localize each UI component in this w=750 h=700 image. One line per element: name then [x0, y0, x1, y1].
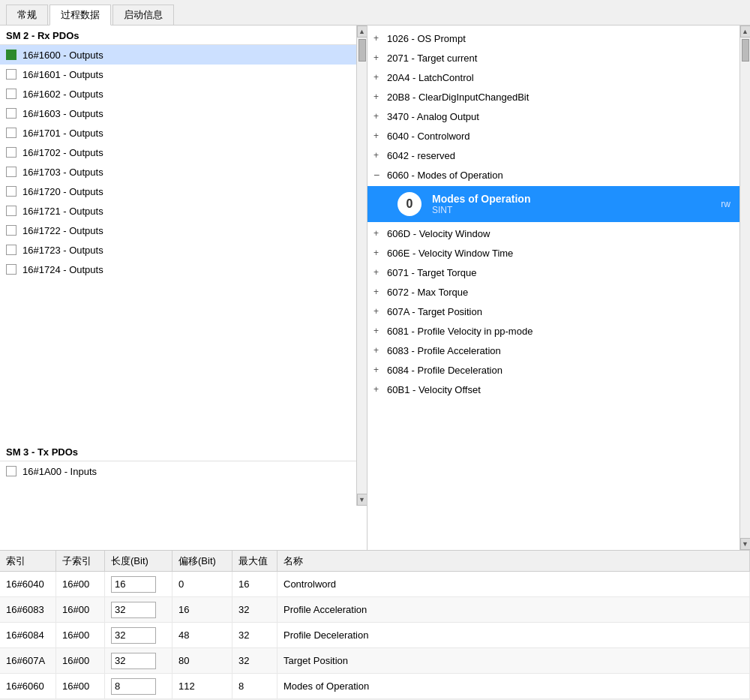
obj-item-expanded-7[interactable]: −6060 - Modes of Operation — [368, 165, 740, 185]
obj-item-15[interactable]: +6084 - Profile Deceleration — [368, 360, 740, 380]
obj-item-11[interactable]: +6072 - Max Torque — [368, 282, 740, 302]
pdo-label-sm2-5: 16#1702 - Outputs — [22, 147, 104, 158]
checkbox-sm2-9[interactable] — [6, 225, 16, 236]
pdo-label-sm2-4: 16#1701 - Outputs — [22, 128, 104, 139]
obj-label-6: 6042 - reserved — [387, 150, 455, 161]
pdo-item-sm2-1[interactable]: 16#1601 - Outputs — [0, 65, 356, 84]
obj-selected-item[interactable]: 0Modes of OperationSINTrw — [368, 186, 740, 222]
cell-name-2: Profile Deceleration — [278, 623, 750, 647]
obj-item-14[interactable]: +6083 - Profile Acceleration — [368, 341, 740, 360]
cell-name-0: Controlword — [278, 572, 750, 596]
scroll-up-arrow[interactable]: ▲ — [357, 26, 368, 38]
pdo-item-sm2-7[interactable]: 16#1720 - Outputs — [0, 182, 356, 201]
object-list[interactable]: +1026 - OS Prompt+2071 - Target current+… — [368, 26, 740, 550]
th-name: 名称 — [278, 551, 750, 571]
obj-item-10[interactable]: +6071 - Target Torque — [368, 263, 740, 282]
pdo-item-sm2-9[interactable]: 16#1722 - Outputs — [0, 221, 356, 240]
cell-sub-3: 16#00 — [56, 648, 105, 673]
pdo-item-sm2-0[interactable]: 16#1600 - Outputs — [0, 45, 356, 65]
obj-label-16: 60B1 - Velocity Offset — [387, 384, 481, 395]
checkbox-sm3-0[interactable] — [6, 466, 16, 476]
cell-index-3: 16#607A — [0, 648, 56, 673]
pdo-item-sm2-6[interactable]: 16#1703 - Outputs — [0, 162, 356, 182]
checkbox-sm2-0[interactable] — [6, 50, 16, 60]
tab-startup-info[interactable]: 启动信息 — [112, 5, 174, 25]
cell-name-3: Target Position — [278, 648, 750, 673]
cell-length-3-input[interactable] — [111, 653, 156, 669]
th-length: 长度(Bit) — [105, 551, 172, 571]
table-row-1: 16#608316#001632Profile Acceleration — [0, 597, 750, 623]
table-row-2: 16#608416#004832Profile Deceleration — [0, 623, 750, 648]
checkbox-sm2-6[interactable] — [6, 167, 16, 177]
cell-length-0-input[interactable] — [111, 576, 156, 593]
obj-item-9[interactable]: +606E - Velocity Window Time — [368, 243, 740, 263]
obj-label-1: 2071 - Target current — [387, 53, 477, 64]
pdo-item-sm2-3[interactable]: 16#1603 - Outputs — [0, 104, 356, 123]
cell-length-3[interactable] — [105, 648, 172, 673]
sm3-pdo-list[interactable]: 16#1A00 - Inputs — [0, 461, 356, 506]
pdo-item-sm2-2[interactable]: 16#1602 - Outputs — [0, 84, 356, 104]
checkbox-sm2-7[interactable] — [6, 186, 16, 197]
plus-icon-12: + — [374, 306, 382, 317]
cell-offset-1: 16 — [172, 597, 232, 622]
plus-icon-3: + — [374, 92, 382, 102]
pdo-item-sm2-10[interactable]: 16#1723 - Outputs — [0, 240, 356, 260]
cell-sub-2: 16#00 — [56, 623, 105, 647]
pdo-item-sm2-5[interactable]: 16#1702 - Outputs — [0, 143, 356, 162]
cell-length-1[interactable] — [105, 597, 172, 622]
pdo-item-sm2-4[interactable]: 16#1701 - Outputs — [0, 123, 356, 143]
checkbox-sm2-11[interactable] — [6, 264, 16, 275]
obj-item-6[interactable]: +6042 - reserved — [368, 146, 740, 165]
cell-length-4-input[interactable] — [111, 678, 156, 695]
cell-length-2-input[interactable] — [111, 627, 156, 644]
obj-item-13[interactable]: +6081 - Profile Velocity in pp-mode — [368, 321, 740, 341]
cell-max-0: 16 — [232, 572, 278, 596]
cell-length-4[interactable] — [105, 674, 172, 698]
sub-type: SINT — [432, 205, 721, 215]
obj-item-2[interactable]: +20A4 - LatchControl — [368, 68, 740, 87]
cell-length-2[interactable] — [105, 623, 172, 647]
obj-item-3[interactable]: +20B8 - ClearDigInputChangedBit — [368, 87, 740, 107]
checkbox-sm2-1[interactable] — [6, 69, 16, 80]
obj-item-0[interactable]: +1026 - OS Prompt — [368, 29, 740, 48]
obj-item-1[interactable]: +2071 - Target current — [368, 48, 740, 68]
cell-max-2: 32 — [232, 623, 278, 647]
plus-icon-0: + — [374, 33, 382, 44]
right-scroll-down[interactable]: ▼ — [740, 538, 751, 550]
right-scroll-up[interactable]: ▲ — [740, 26, 751, 38]
cell-length-1-input[interactable] — [111, 602, 156, 618]
cell-offset-0: 0 — [172, 572, 232, 596]
tab-general[interactable]: 常规 — [6, 5, 48, 25]
scroll-down-arrow[interactable]: ▼ — [357, 494, 368, 506]
obj-item-8[interactable]: +606D - Velocity Window — [368, 224, 740, 243]
cell-length-0[interactable] — [105, 572, 172, 596]
pdo-label-sm2-7: 16#1720 - Outputs — [22, 186, 104, 197]
pdo-label-sm2-11: 16#1724 - Outputs — [22, 264, 104, 275]
obj-item-4[interactable]: +3470 - Analog Output — [368, 107, 740, 126]
obj-label-7: 6060 - Modes of Operation — [387, 170, 503, 181]
cell-index-1: 16#6083 — [0, 597, 56, 622]
pdo-item-sm2-8[interactable]: 16#1721 - Outputs — [0, 201, 356, 221]
obj-item-12[interactable]: +607A - Target Position — [368, 302, 740, 321]
checkbox-sm2-3[interactable] — [6, 108, 16, 119]
right-scrollbar[interactable]: ▲ ▼ — [740, 26, 750, 550]
checkbox-sm2-4[interactable] — [6, 128, 16, 138]
plus-icon-4: + — [374, 111, 382, 122]
left-scrollbar[interactable]: ▲ ▼ — [356, 26, 367, 506]
plus-icon-2: + — [374, 72, 382, 83]
checkbox-sm2-2[interactable] — [6, 89, 16, 99]
checkbox-sm2-10[interactable] — [6, 245, 16, 255]
obj-item-16[interactable]: +60B1 - Velocity Offset — [368, 380, 740, 399]
pdo-item-sm2-11[interactable]: 16#1724 - Outputs — [0, 260, 356, 279]
pdo-upper: SM 2 - Rx PDOs 16#1600 - Outputs16#1601 … — [0, 26, 367, 506]
checkbox-sm2-8[interactable] — [6, 206, 16, 216]
sm2-pdo-list[interactable]: 16#1600 - Outputs16#1601 - Outputs16#160… — [0, 44, 356, 442]
tab-process-data[interactable]: 过程数据 — [50, 5, 111, 26]
cell-sub-0: 16#00 — [56, 572, 105, 596]
scroll-thumb[interactable] — [358, 39, 366, 62]
cell-index-2: 16#6084 — [0, 623, 56, 647]
right-scroll-thumb[interactable] — [742, 39, 749, 62]
obj-item-5[interactable]: +6040 - Controlword — [368, 126, 740, 146]
checkbox-sm2-5[interactable] — [6, 147, 16, 158]
pdo-item-sm3-0[interactable]: 16#1A00 - Inputs — [0, 461, 356, 481]
